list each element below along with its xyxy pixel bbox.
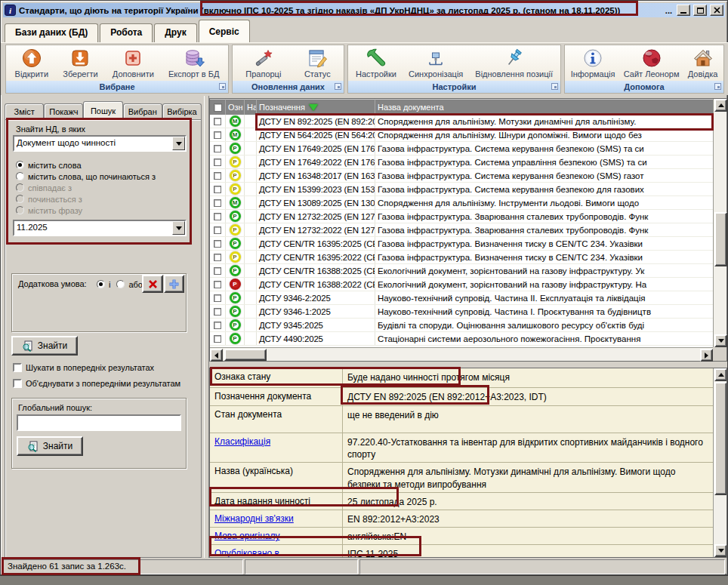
table-row[interactable]: Р ДСТУ EN 17649:2025 (EN 17649:2022, Газ… bbox=[210, 142, 713, 155]
table-horizontal-scrollbar[interactable] bbox=[210, 347, 713, 361]
search-option-checkbox[interactable]: Шукати в попередніх результатах bbox=[13, 363, 198, 372]
table-row[interactable]: М ДСТУ EN 564:2025 (EN 564:2023, IDT) Сп… bbox=[210, 128, 713, 142]
table-row[interactable]: Р ДСТУ CEN/TR 16388:2025 (CEN/TR 16: Еко… bbox=[210, 264, 713, 278]
dialog-launcher-icon[interactable] bbox=[219, 83, 226, 90]
search-field-select[interactable]: Документ щодо чинності bbox=[13, 135, 187, 152]
global-find-button[interactable]: Знайти bbox=[17, 436, 83, 456]
column-header-designation[interactable]: Позначення bbox=[257, 99, 375, 115]
ribbon-tab[interactable]: Сервіс bbox=[199, 20, 250, 42]
details-label[interactable]: Назва (українська) bbox=[210, 463, 343, 491]
ribbon-tab[interactable]: Робота bbox=[100, 23, 153, 42]
row-checkbox[interactable] bbox=[214, 145, 221, 152]
table-row[interactable]: Р ДСТУ EN 12732:2022 (EN 12732:2021, Газ… bbox=[210, 223, 713, 237]
row-select-cell[interactable] bbox=[210, 115, 226, 128]
table-row[interactable]: Р ДСТУ 9346-1:2025 Науково-технічний суп… bbox=[210, 305, 713, 319]
sidebar-tab[interactable]: Вибірка bbox=[162, 103, 202, 119]
scroll-down-button[interactable] bbox=[714, 544, 727, 557]
condition-operator-radio[interactable]: і bbox=[97, 279, 110, 290]
scroll-up-button[interactable] bbox=[714, 99, 727, 112]
row-checkbox[interactable] bbox=[214, 335, 221, 343]
row-checkbox[interactable] bbox=[214, 199, 221, 207]
table-row[interactable]: Р ДСТУ EN 17649:2022 (EN 17649:2022, Газ… bbox=[210, 155, 713, 169]
column-header-mark[interactable]: Озн bbox=[226, 99, 245, 115]
find-button[interactable]: Знайти bbox=[11, 336, 78, 356]
table-vertical-scrollbar[interactable] bbox=[713, 99, 726, 347]
ribbon-button[interactable]: Зберегти bbox=[60, 47, 100, 79]
table-row[interactable]: Р ДСТУ EN 12732:2025 (EN 12732:2021, Газ… bbox=[210, 210, 713, 223]
search-mode-radio[interactable]: починається з bbox=[16, 193, 156, 205]
scroll-up-button[interactable] bbox=[714, 368, 727, 381]
row-checkbox[interactable] bbox=[214, 281, 221, 288]
ribbon-button[interactable]: Доповнити bbox=[110, 47, 156, 79]
search-option-checkbox[interactable]: Об'єднувати з попередніми результатам bbox=[13, 379, 198, 388]
ribbon-tab[interactable]: Друк bbox=[154, 23, 196, 42]
row-checkbox[interactable] bbox=[214, 240, 221, 248]
dialog-launcher-icon[interactable] bbox=[551, 83, 558, 90]
ribbon-button[interactable]: Прапорці bbox=[243, 47, 283, 79]
row-select-cell[interactable] bbox=[210, 169, 226, 182]
dropdown-button[interactable] bbox=[172, 221, 185, 235]
row-select-cell[interactable] bbox=[210, 251, 226, 263]
row-checkbox[interactable] bbox=[214, 294, 221, 302]
search-mode-radio[interactable]: містить слова, що починаються з bbox=[16, 171, 156, 182]
panel-splitter[interactable] bbox=[204, 96, 209, 558]
global-search-input[interactable] bbox=[17, 414, 181, 431]
row-checkbox[interactable] bbox=[214, 213, 221, 220]
sidebar-tab[interactable]: Вибран bbox=[123, 103, 162, 119]
details-label[interactable]: Дата надання чинності bbox=[210, 493, 343, 510]
row-select-cell[interactable] bbox=[210, 142, 226, 155]
ribbon-button[interactable]: Настройки bbox=[353, 47, 399, 79]
ribbon-button[interactable]: Синхронізація bbox=[406, 47, 465, 79]
table-row[interactable]: Р ДСТУ CEN/TR 16395:2022 (CEN/TR 16: Газ… bbox=[210, 251, 713, 264]
row-checkbox[interactable] bbox=[214, 118, 221, 125]
scrollbar-thumb[interactable] bbox=[714, 212, 727, 266]
column-header-name-short[interactable]: Наз bbox=[245, 99, 257, 115]
search-mode-radio[interactable]: містить фразу bbox=[16, 205, 156, 216]
ribbon-button[interactable]: Відновлення позиції bbox=[473, 47, 555, 79]
dialog-launcher-icon[interactable] bbox=[335, 83, 341, 90]
scrollbar-thumb[interactable] bbox=[224, 349, 267, 361]
column-header-doc-title[interactable]: Назва документа bbox=[375, 99, 713, 115]
search-mode-radio[interactable]: містить слова bbox=[16, 159, 156, 171]
sidebar-tab[interactable]: Зміст bbox=[5, 103, 44, 119]
dropdown-button[interactable] bbox=[172, 137, 185, 150]
row-select-cell[interactable] bbox=[210, 210, 226, 223]
scroll-left-button[interactable] bbox=[210, 349, 223, 362]
row-checkbox[interactable] bbox=[214, 159, 221, 166]
table-row[interactable]: Р ДСТУ 9345:2025 Будівлі та споруди. Оці… bbox=[210, 319, 713, 332]
table-row[interactable]: Р ДСТУ CEN/TR 16388:2022 (CEN/TR 16: Еко… bbox=[210, 278, 713, 291]
ribbon-button[interactable]: Довідка bbox=[686, 47, 720, 79]
condition-operator-radio[interactable]: або bbox=[116, 279, 143, 290]
select-all-header[interactable] bbox=[210, 99, 226, 115]
row-checkbox[interactable] bbox=[214, 308, 221, 316]
ribbon-button[interactable]: Відкрити bbox=[13, 47, 51, 79]
sidebar-tab[interactable]: Пошук bbox=[83, 101, 122, 119]
details-label[interactable]: Міжнародні зв'язки bbox=[210, 510, 343, 527]
row-checkbox[interactable] bbox=[214, 131, 221, 139]
row-select-cell[interactable] bbox=[210, 305, 226, 318]
details-label[interactable]: Стан документа bbox=[210, 406, 343, 433]
table-row[interactable]: Р ДСТУ EN 16348:2017 (EN 16348:2013, Газ… bbox=[210, 169, 713, 183]
details-label[interactable]: Мова оригіналу bbox=[210, 528, 343, 544]
row-checkbox[interactable] bbox=[214, 186, 221, 193]
ribbon-button[interactable]: Інформація bbox=[569, 47, 618, 79]
filter-icon[interactable] bbox=[309, 104, 318, 111]
row-select-cell[interactable] bbox=[210, 319, 226, 331]
row-select-cell[interactable] bbox=[210, 183, 226, 196]
table-details-splitter[interactable] bbox=[209, 362, 727, 368]
details-label[interactable]: Класифікація bbox=[210, 433, 343, 462]
dialog-launcher-icon[interactable] bbox=[714, 83, 721, 90]
details-vertical-scrollbar[interactable] bbox=[713, 368, 726, 557]
row-select-cell[interactable] bbox=[210, 278, 226, 291]
row-checkbox[interactable] bbox=[214, 267, 221, 275]
row-checkbox[interactable] bbox=[214, 322, 221, 329]
scroll-down-button[interactable] bbox=[714, 334, 727, 347]
ribbon-tab[interactable]: Бази даних (БД) bbox=[5, 23, 98, 42]
maximize-button[interactable] bbox=[693, 5, 707, 16]
row-checkbox[interactable] bbox=[214, 172, 221, 180]
table-row[interactable]: Р ДСТУ CEN/TR 16395:2025 (CEN/TR 16: Газ… bbox=[210, 237, 713, 251]
scrollbar-thumb[interactable] bbox=[714, 382, 727, 495]
search-term-select[interactable]: 11.2025 bbox=[13, 220, 187, 236]
select-all-checkbox[interactable] bbox=[214, 103, 222, 112]
scroll-right-button[interactable] bbox=[700, 349, 713, 362]
